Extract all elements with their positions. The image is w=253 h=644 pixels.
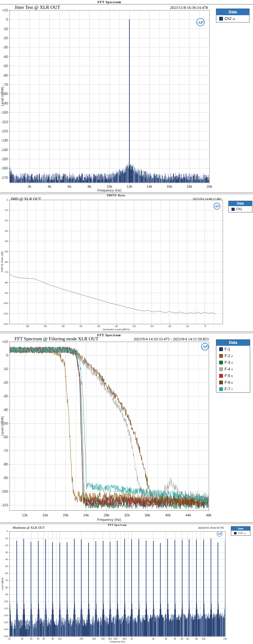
legend-item[interactable]: Ch1 [229,206,252,212]
legend-item[interactable]: F-22 [216,352,250,359]
legend-item[interactable]: F-1 [216,346,250,352]
x-tick-label: 300 [92,638,96,640]
y-tick-label: -90 [3,476,8,480]
legend-item[interactable]: F-77 [216,386,250,392]
x-axis-title: Frequency (Hz) [110,641,125,643]
x-tick-label: 3k [165,638,167,640]
legend: DataCh1 [228,201,252,212]
x-tick-label: 30 [21,638,23,640]
y-tick-label: -50 [3,64,8,68]
x-tick-label: 10k [202,638,206,640]
legend-item[interactable]: F-44 [216,366,250,372]
jitter-fft-plot: +100-10-20-30-40-50-60-70-80-90-100-110-… [0,0,253,193]
chart-panel-filtering-modes: +100-10-20-30-40-50-60-70-80-90-100-1101… [0,331,253,522]
y-tick-label: 0 [6,353,8,357]
legend-swatch-icon [219,17,223,21]
y-tick-label: -130 [3,621,8,623]
legend-header: Data [216,9,249,15]
timestamp: 2023/9/4 14:10:33.475 - 2023/9/4 14:11:5… [133,337,209,342]
x-tick-label: 20 [8,638,11,640]
y-tick-label: -20 [5,544,8,546]
legend-swatch-icon [219,367,223,371]
legend-swatch-icon [219,374,223,378]
y-tick-label: -130 [1,138,8,142]
x-tick-label: 14k [147,185,152,188]
x-axis-title: Generator Level (dBFS) [103,328,130,331]
x-tick-label: 16k [167,185,172,188]
svg-text:AP: AP [214,205,219,208]
legend-item[interactable]: F-66 [216,379,250,386]
y-tick-label: 0 [7,199,8,201]
legend-item[interactable]: Ch211 [231,531,250,535]
x-tick-label: 12k [22,513,28,517]
y-tick-label: -80 [3,462,8,466]
x-tick-label: -40 [79,325,83,328]
legend-swatch-icon [219,354,223,358]
chart-title: Multitone @ XLR OUT [13,526,45,529]
x-tick-label: 100 [58,638,62,640]
x-tick-label: -10 [185,325,189,328]
y-axis-title: Level (dBrA) [0,416,4,436]
x-tick-label: -30 [114,325,118,328]
x-tick-label: 40k [165,513,171,517]
legend-header: Data [216,340,250,346]
legend-swatch-icon [219,381,223,384]
legend: DataF-1F-22F-33F-44F-55F-66F-77 [216,339,250,393]
x-tick-label: 28k [104,513,109,517]
x-tick-label: 10k [107,185,112,188]
legend-label-sub: 2 [231,355,233,358]
legend-label: F-4 [225,367,230,371]
y-tick-label: -30 [5,551,8,553]
legend-item[interactable]: Ch211 [216,15,249,22]
y-tick-label: -110 [1,503,8,507]
y-tick-label: -70 [4,271,8,274]
x-tick-label: 12k [126,185,132,188]
legend-label: F-1 [225,347,230,351]
filter-fft-plot: +100-10-20-30-40-50-60-70-80-90-100-1101… [0,331,253,522]
legend-label-sub: 6 [231,381,233,384]
window-title: FFT Spectrum [97,333,121,337]
chart-panel-imd: 0-10-20-30-40-50-60-70-80-90-100-110-120… [0,193,253,331]
legend-item[interactable]: F-33 [216,359,250,366]
legend-label: Ch2 [238,532,243,534]
legend-label: F-3 [225,360,230,365]
y-tick-label: -30 [3,394,8,398]
y-tick-label: -80 [4,281,8,284]
y-axis-title: SMPTE Ratio (dB) [1,251,3,272]
x-tick-label: 600 [114,638,118,640]
y-tick-label: -140 [1,148,8,152]
x-tick-label: 20k [223,638,227,640]
x-tick-label: -45 [61,325,65,328]
y-tick-label: -10 [4,209,8,212]
y-tick-label: -50 [4,250,8,253]
x-tick-label: 32k [124,513,130,517]
y-tick-label: -70 [3,83,8,86]
y-tick-label: -100 [1,489,8,493]
divider [0,4,253,4]
legend-label: F-2 [225,354,230,358]
y-tick-label: -100 [3,600,8,603]
legend-label: F-5 [225,374,230,378]
legend-swatch-icon [234,532,237,534]
x-tick-label: 200 [79,638,83,640]
x-tick-label: 5k [181,638,183,640]
x-tick-label: 500 [108,638,112,640]
x-tick-label: -5 [204,325,206,328]
x-tick-label: 48k [206,513,212,517]
y-tick-label: -60 [4,261,8,263]
y-tick-label: -60 [5,572,8,574]
x-tick-label: 400 [101,638,105,640]
legend-item[interactable]: F-55 [216,372,250,379]
y-tick-label: -40 [3,55,8,59]
legend-swatch-icon [219,347,223,351]
window-title: FFT Spectrum [108,524,126,527]
y-tick-label: -20 [4,219,8,222]
y-tick-label: -50 [5,565,8,567]
y-tick-label: 0 [6,17,8,21]
y-tick-label: -70 [3,449,8,452]
y-tick-label: -150 [1,157,8,161]
x-tick-label: -25 [132,325,136,328]
y-tick-label: -90 [5,593,8,596]
legend-label: F-6 [225,380,230,385]
legend-label: Ch2 [225,16,231,21]
